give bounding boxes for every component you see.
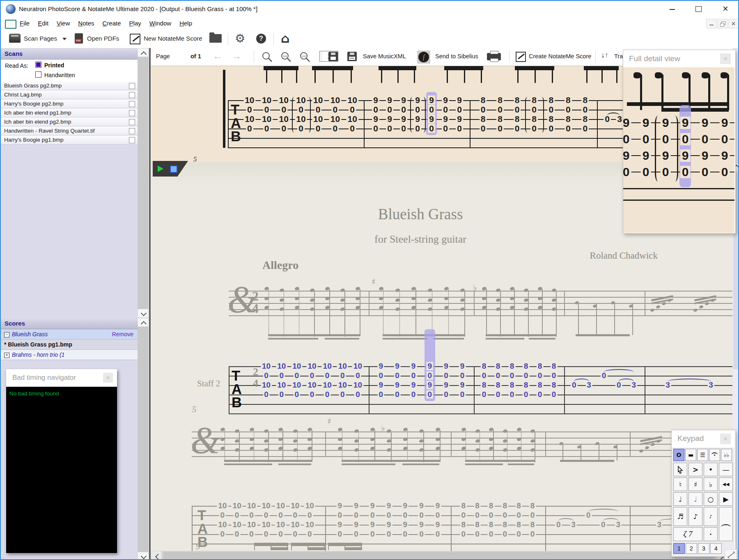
settings-gear-icon[interactable]: ⚙ bbox=[235, 32, 245, 45]
scan-file-checkbox[interactable] bbox=[129, 128, 135, 134]
open-pdfs-button[interactable]: Open PDFs bbox=[87, 35, 119, 42]
fermata-tab[interactable] bbox=[709, 449, 720, 461]
score-item-row[interactable]: * Blueish Grass pg1.bmp bbox=[1, 340, 138, 350]
sibelius-icon[interactable]: ſ bbox=[417, 50, 430, 64]
keypad-key-tenuto[interactable]: — bbox=[719, 463, 733, 476]
keypad-key-dot[interactable]: • bbox=[704, 527, 718, 541]
close-button[interactable]: × bbox=[716, 3, 735, 15]
scan-file-row[interactable]: Harry's Boogie pg1.bmp bbox=[1, 135, 138, 145]
create-notateme-button[interactable]: Create NotateMe Score bbox=[529, 53, 591, 60]
keypad-close-icon[interactable]: × bbox=[720, 434, 731, 444]
collapse-icon[interactable]: − bbox=[4, 332, 9, 337]
keypad-key-sharp[interactable]: ♯ bbox=[689, 477, 702, 491]
scores-scrollbar[interactable] bbox=[138, 318, 149, 560]
keypad-page-4[interactable]: 4 bbox=[710, 543, 722, 554]
resize-grip[interactable] bbox=[725, 549, 737, 560]
menu-edit[interactable]: Edit bbox=[34, 17, 53, 29]
keypad-key-pointer[interactable] bbox=[673, 463, 687, 476]
menu-window[interactable]: Window bbox=[145, 17, 175, 29]
detail-panel-close-icon[interactable]: × bbox=[720, 53, 731, 64]
double-flat-tab[interactable]: ♭♭ bbox=[721, 449, 732, 461]
save-icon[interactable] bbox=[328, 52, 338, 61]
expand-icon[interactable]: + bbox=[4, 353, 9, 358]
zoom-100-icon[interactable]: 100 bbox=[280, 51, 292, 63]
save-xml-icon[interactable]: XML bbox=[347, 52, 357, 61]
zoom-in-icon[interactable] bbox=[261, 51, 273, 63]
keypad-key-flat[interactable]: ♭ bbox=[704, 477, 718, 491]
keypad-key-grace-note[interactable]: ♪ bbox=[704, 507, 718, 526]
scan-file-row[interactable]: Blueish Grass pg2.bmp bbox=[1, 81, 138, 90]
scan-file-row[interactable]: Ich aber bin elend pg2.bmp bbox=[1, 117, 138, 126]
folder-icon[interactable] bbox=[209, 34, 222, 43]
minimize-button[interactable] bbox=[663, 3, 682, 15]
save-musicxml-button[interactable]: Save MusicXML bbox=[363, 53, 406, 60]
scan-file-row[interactable]: Ich aber bin elend pg1.bmp bbox=[1, 108, 138, 117]
scans-scrollbar[interactable] bbox=[138, 48, 149, 318]
mdi-minimize-button[interactable] bbox=[706, 19, 716, 28]
play-icon[interactable] bbox=[158, 165, 163, 172]
scan-file-checkbox[interactable] bbox=[129, 92, 135, 98]
horizontal-scrollbar[interactable] bbox=[151, 551, 739, 560]
score-item-row[interactable]: +Brahms - horn trio (1 bbox=[1, 350, 138, 360]
transpose-button[interactable]: Tra bbox=[614, 53, 623, 60]
send-to-sibelius-button[interactable]: Send to Sibelius bbox=[435, 53, 478, 60]
keypad-key-rewind[interactable]: ◀◀ bbox=[719, 477, 733, 491]
home-icon[interactable]: ⌂ bbox=[281, 31, 289, 46]
scan-file-row[interactable]: Christ Lag.bmp bbox=[1, 90, 138, 99]
keypad-key-natural[interactable]: ♮ bbox=[673, 477, 687, 491]
new-notateme-button[interactable]: New NotateMe Score bbox=[144, 35, 202, 42]
keypad-key-rests[interactable]: ζ 7 bbox=[673, 527, 702, 541]
scan-pages-dropdown-icon[interactable] bbox=[62, 38, 67, 40]
keypad-page-3[interactable]: 3 bbox=[698, 543, 709, 554]
keypad-key-whole-note[interactable]: ○ bbox=[704, 492, 718, 506]
menu-view[interactable]: View bbox=[53, 17, 74, 29]
menu-notes[interactable]: Notes bbox=[74, 17, 98, 29]
transpose-icon[interactable]: ↓↑ bbox=[601, 51, 608, 60]
keypad-key-eighth-note[interactable]: ♪ bbox=[689, 507, 702, 526]
stop-icon[interactable] bbox=[170, 165, 177, 173]
menu-help[interactable]: Help bbox=[175, 17, 196, 29]
scores-panel-header: Scores bbox=[1, 318, 138, 329]
scan-file-checkbox[interactable] bbox=[129, 137, 135, 143]
beam-tab[interactable]: ▬ bbox=[685, 449, 696, 461]
keypad-page-2[interactable]: 2 bbox=[686, 543, 697, 554]
scan-pages-button[interactable]: Scan Pages bbox=[24, 35, 57, 42]
maximize-button[interactable] bbox=[689, 3, 708, 15]
scan-file-checkbox[interactable] bbox=[129, 83, 135, 89]
handwritten-checkbox[interactable] bbox=[35, 71, 41, 78]
remove-score-button[interactable]: Remove bbox=[112, 329, 133, 340]
navigator-close-icon[interactable]: × bbox=[103, 373, 113, 383]
score-item-row[interactable]: −Blueish GrassRemove bbox=[1, 329, 138, 340]
menu-create[interactable]: Create bbox=[99, 17, 125, 29]
whole-note-tab[interactable]: O bbox=[673, 449, 684, 461]
menu-file[interactable]: File bbox=[16, 17, 34, 29]
zoom-out-icon[interactable]: 100 bbox=[299, 51, 311, 63]
previous-page-icon[interactable]: ← bbox=[213, 50, 223, 62]
keypad-key-tie[interactable] bbox=[719, 507, 733, 541]
help-icon[interactable]: ? bbox=[256, 34, 266, 44]
print-icon[interactable] bbox=[487, 53, 501, 60]
keypad-key-quarter-note[interactable]: ♩ bbox=[673, 492, 687, 506]
scan-file-checkbox[interactable] bbox=[129, 119, 135, 125]
barline-tab[interactable]: ☰ bbox=[697, 449, 708, 461]
navigator-header[interactable]: Bad timing navigator × bbox=[6, 369, 117, 387]
next-page-icon[interactable]: → bbox=[232, 50, 241, 62]
keypad-page-1[interactable]: 1 bbox=[673, 543, 685, 554]
tab-number: 0 bbox=[623, 166, 631, 178]
scan-file-row[interactable]: Harry's Boogie pg2.bmp bbox=[1, 99, 138, 108]
page-of-label: of 1 bbox=[190, 53, 201, 60]
keypad-key-accent[interactable]: > bbox=[689, 463, 702, 476]
scan-file-checkbox[interactable] bbox=[129, 110, 135, 116]
keypad-key-play[interactable]: ▶ bbox=[719, 492, 733, 506]
keypad-key-sixteenth-note[interactable]: ♬ bbox=[673, 507, 687, 526]
mdi-restore-button[interactable] bbox=[717, 19, 728, 28]
keypad-key-half-note[interactable]: ♩ bbox=[689, 492, 702, 506]
full-detail-view-panel[interactable]: Full detail view × 999999000000999999000… bbox=[623, 50, 736, 234]
keypad-key-staccato[interactable]: • bbox=[704, 463, 718, 476]
keypad-panel[interactable]: Keypad × O▬☰♭♭ >•—♮♯♭◀◀♩♩○▶♬♪♪ζ 7• 1234 bbox=[671, 430, 736, 557]
mdi-close-button[interactable]: × bbox=[728, 19, 739, 28]
printed-checkbox[interactable] bbox=[35, 62, 41, 68]
scan-file-row[interactable]: Handwritten - Ravel String Quartet.tif bbox=[1, 126, 138, 135]
menu-play[interactable]: Play bbox=[125, 17, 145, 29]
scan-file-checkbox[interactable] bbox=[129, 101, 135, 107]
